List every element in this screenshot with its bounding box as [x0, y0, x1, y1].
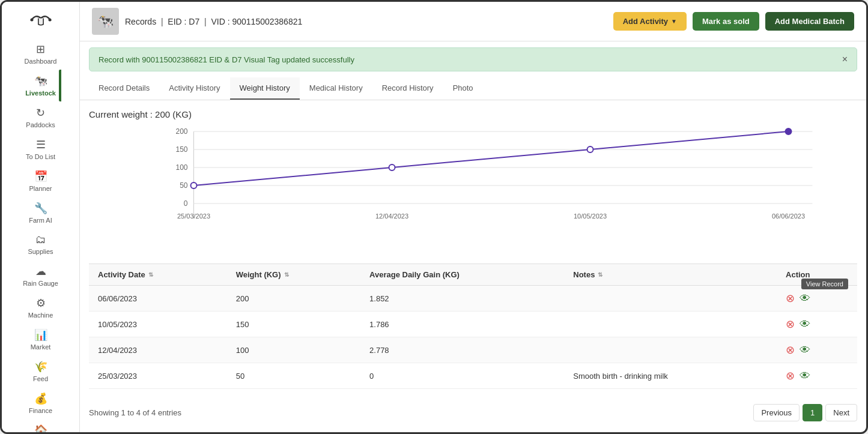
weight-table: Activity Date ⇅ Weight (KG) ⇅ — [89, 264, 857, 389]
table-row: 12/04/2023 100 2.778 ⊗ 👁 — [89, 337, 857, 363]
sidebar-icon-7: ☁ — [35, 265, 46, 278]
sidebar-item-feed[interactable]: 🌾Feed — [20, 355, 61, 387]
sidebar-item-machine[interactable]: ⚙Machine — [20, 292, 61, 324]
sidebar-icon-6: 🗂 — [35, 234, 46, 246]
sidebar-item-dashboard[interactable]: ⊞Dashboard — [20, 38, 61, 70]
sidebar-item-farm-ai[interactable]: 🔧Farm AI — [20, 197, 61, 229]
mark-as-sold-button[interactable]: Mark as sold — [693, 12, 759, 31]
pagination-row: Showing 1 to 4 of 4 entries Previous 1 N… — [80, 398, 866, 427]
view-icon-2[interactable]: 👁 — [800, 344, 810, 357]
weight-chart: 200 150 100 50 0 — [89, 125, 857, 258]
delete-icon-0[interactable]: ⊗ — [786, 292, 795, 305]
view-icon-3[interactable]: 👁 — [800, 370, 810, 382]
svg-text:200: 200 — [175, 127, 187, 136]
app-logo — [23, 8, 59, 29]
tab-medical-history[interactable]: Medical History — [300, 77, 372, 100]
sidebar-item-livestock[interactable]: 🐄Livestock — [20, 70, 61, 101]
alert-close-button[interactable]: × — [842, 54, 848, 65]
breadcrumb-vid: VID : 900115002386821 — [211, 17, 302, 26]
tab-weight-history[interactable]: Weight History — [230, 77, 300, 100]
view-icon-1[interactable]: 👁 — [800, 318, 810, 331]
svg-point-15 — [587, 146, 593, 152]
page-1-button[interactable]: 1 — [803, 404, 822, 421]
cell-adg-2: 2.778 — [360, 337, 564, 363]
view-record-tooltip: View Record — [801, 279, 848, 289]
cell-date-3: 25/03/2023 — [89, 363, 227, 389]
sidebar-label-10: Feed — [33, 375, 48, 382]
cell-action-1: ⊗ 👁 — [777, 312, 857, 337]
cell-date-2: 12/04/2023 — [89, 337, 227, 363]
delete-icon-3[interactable]: ⊗ — [786, 369, 795, 382]
sidebar-label-2: Paddocks — [26, 121, 55, 128]
cell-notes-2 — [564, 337, 777, 363]
tab-photo[interactable]: Photo — [443, 77, 483, 100]
cell-notes-3: Smooth birth - drinking milk — [564, 363, 777, 389]
sort-icon-notes[interactable]: ⇅ — [598, 271, 602, 278]
cell-weight-2: 100 — [227, 337, 360, 363]
action-cell-0: ⊗ 👁 View Record — [786, 292, 848, 305]
sidebar-item-supplies[interactable]: 🗂Supplies — [20, 229, 61, 260]
sidebar-label-5: Farm AI — [29, 217, 52, 224]
breadcrumb-eid: EID : D7 — [168, 17, 199, 26]
sidebar-item-farm[interactable]: 🏠Farm — [20, 419, 61, 434]
cell-notes-1 — [564, 312, 777, 337]
sidebar-item-to-do-list[interactable]: ☰To Do List — [20, 133, 61, 165]
sort-icon-weight[interactable]: ⇅ — [284, 271, 289, 278]
svg-text:50: 50 — [180, 181, 188, 190]
tab-activity-history[interactable]: Activity History — [159, 77, 229, 100]
sidebar-icon-2: ↻ — [36, 106, 45, 119]
action-cell-3: ⊗ 👁 — [786, 369, 848, 382]
sort-icon-date[interactable]: ⇅ — [148, 271, 153, 278]
cell-date-0: 06/06/2023 — [89, 286, 227, 312]
cell-action-3: ⊗ 👁 — [777, 363, 857, 389]
sidebar-label-7: Rain Gauge — [23, 280, 58, 287]
svg-point-16 — [786, 128, 792, 134]
svg-text:0: 0 — [184, 199, 188, 208]
tab-record-history[interactable]: Record History — [372, 77, 443, 100]
col-weight: Weight (KG) ⇅ — [227, 264, 360, 286]
cell-action-0: ⊗ 👁 View Record — [777, 286, 857, 312]
view-icon-0[interactable]: 👁 — [800, 292, 810, 305]
svg-point-1 — [48, 19, 51, 22]
delete-icon-1[interactable]: ⊗ — [786, 318, 795, 331]
weight-table-section: Activity Date ⇅ Weight (KG) ⇅ — [80, 264, 866, 398]
sidebar-label-3: To Do List — [26, 153, 55, 160]
breadcrumb-records: Records — [125, 17, 156, 26]
weight-history-section: Current weight : 200 (KG) 200 150 — [80, 100, 866, 264]
dropdown-arrow-icon: ▼ — [671, 18, 677, 25]
add-activity-button[interactable]: Add Activity ▼ — [613, 12, 687, 31]
sidebar-icon-11: 💰 — [34, 392, 47, 405]
tab-bar: Record DetailsActivity HistoryWeight His… — [80, 77, 866, 100]
sidebar-icon-0: ⊞ — [36, 43, 45, 56]
add-activity-label: Add Activity — [623, 17, 668, 26]
col-activity-date: Activity Date ⇅ — [89, 264, 227, 286]
cell-date-1: 10/05/2023 — [89, 312, 227, 337]
alert-message: Record with 900115002386821 EID & D7 Vis… — [99, 55, 354, 64]
svg-text:10/05/2023: 10/05/2023 — [574, 212, 607, 220]
breadcrumb: Records | EID : D7 | VID : 9001150023868… — [125, 17, 302, 26]
cell-weight-1: 150 — [227, 312, 360, 337]
content-area: Record with 900115002386821 EID & D7 Vis… — [80, 41, 866, 432]
next-button[interactable]: Next — [825, 404, 857, 421]
sidebar-label-0: Dashboard — [25, 58, 57, 65]
sidebar-item-finance[interactable]: 💰Finance — [20, 387, 61, 419]
sidebar-label-4: Planner — [29, 185, 52, 192]
sidebar-item-paddocks[interactable]: ↻Paddocks — [20, 101, 61, 133]
add-medical-batch-button[interactable]: Add Medical Batch — [765, 12, 854, 31]
col-adg: Average Daily Gain (KG) — [360, 264, 564, 286]
svg-text:25/03/2023: 25/03/2023 — [177, 212, 210, 220]
cell-weight-3: 50 — [227, 363, 360, 389]
sidebar-label-1: Livestock — [25, 89, 56, 97]
sidebar-item-planner[interactable]: 📅Planner — [20, 165, 61, 197]
sidebar-icon-5: 🔧 — [34, 202, 47, 215]
previous-button[interactable]: Previous — [753, 404, 800, 421]
sidebar-item-rain-gauge[interactable]: ☁Rain Gauge — [20, 260, 61, 292]
tab-record-details[interactable]: Record Details — [89, 77, 159, 100]
svg-point-13 — [191, 182, 197, 188]
delete-icon-2[interactable]: ⊗ — [786, 343, 795, 357]
sidebar-item-market[interactable]: 📊Market — [20, 324, 61, 355]
cell-action-2: ⊗ 👁 — [777, 337, 857, 363]
table-row: 06/06/2023 200 1.852 ⊗ 👁 View Record — [89, 286, 857, 312]
table-row: 10/05/2023 150 1.786 ⊗ 👁 — [89, 312, 857, 337]
table-row: 25/03/2023 50 0 Smooth birth - drinking … — [89, 363, 857, 389]
